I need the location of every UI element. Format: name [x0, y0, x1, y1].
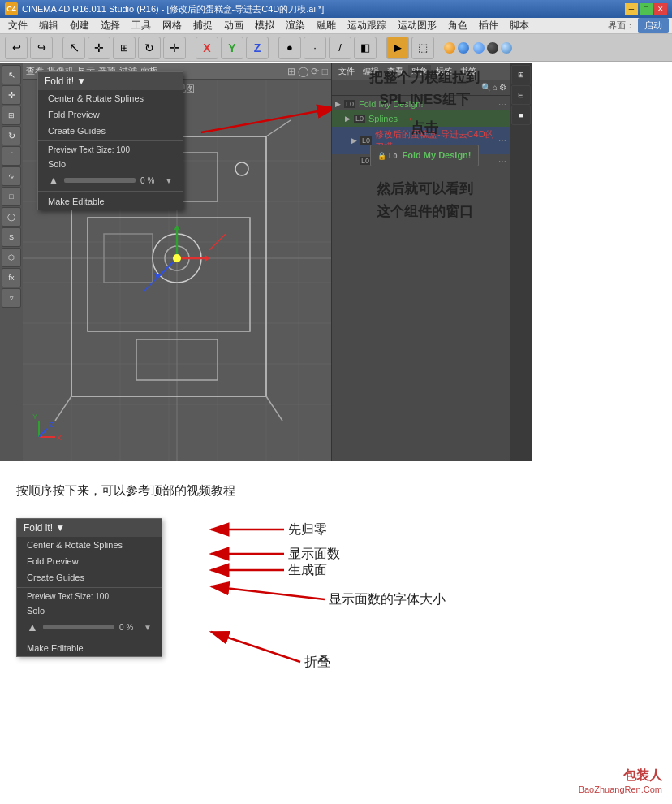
menu-select[interactable]: 选择 [96, 17, 125, 34]
maximize-button[interactable]: □ [640, 3, 653, 15]
fold-it-dropdown-menu: Fold it! ▼ Center & Rotate Splines Fold … [37, 71, 183, 210]
fold-menu-slider[interactable] [64, 178, 136, 183]
fold-menu-solo-label: Solo [48, 159, 66, 169]
anno-btn-icon: 🔒 L0 [377, 152, 397, 160]
axis-x-btn[interactable]: X [196, 37, 218, 59]
fold-menu2-center-rotate[interactable]: Center & Rotate Splines [17, 537, 162, 553]
sidebar-scale[interactable]: ⊞ [2, 106, 21, 125]
undo-button[interactable]: ↩ [5, 37, 28, 59]
annotation-text-area: 把整个刀模组拉到 SPL INES组下 点击 🔒 L0 Fold My Desi… [331, 67, 518, 223]
menu-mesh[interactable]: 网格 [157, 17, 187, 34]
poly-mode[interactable]: ◧ [354, 37, 377, 59]
fold-menu-preview-label: Preview Text Size: 100 [48, 145, 130, 154]
menu-render[interactable]: 渲染 [281, 17, 310, 34]
slider2-down-icon[interactable]: ▼ [144, 623, 152, 632]
fold-menu-center-rotate[interactable]: Center & Rotate Splines [38, 90, 183, 106]
fold-menu2-solo-row: Solo [17, 603, 162, 618]
color-ball-orange [444, 42, 455, 54]
menu-sculpt[interactable]: 融雕 [312, 17, 341, 34]
fold-menu2-fold-preview[interactable]: Fold Preview [17, 553, 162, 569]
sidebar-shape3[interactable]: S [2, 227, 21, 247]
axis-z-btn[interactable]: Z [246, 37, 269, 59]
fold-menu-slider-row[interactable]: ▲ 0 % ▼ [38, 171, 183, 189]
fold-menu2-title: Fold it! ▼ [24, 522, 65, 534]
fold-menu-header[interactable]: Fold it! ▼ [38, 72, 183, 90]
anno-line4: 然后就可以看到 [331, 178, 518, 200]
fold-menu2-solo-label: Solo [27, 606, 45, 616]
fold-menu-create-guides[interactable]: Create Guides [38, 123, 183, 139]
color-ball-dark [487, 42, 498, 54]
arrow-label-5: 折叠 [304, 654, 330, 671]
render-btn[interactable]: ▶ [386, 37, 409, 59]
anno-btn-label: Fold My Design! [403, 150, 472, 160]
sidebar-shape5[interactable]: ▿ [2, 288, 21, 308]
menu-snap[interactable]: 捕捉 [188, 17, 218, 34]
fold-menu-preview-size-row: Preview Text Size: 100 [38, 143, 183, 157]
fold-menu2-make-editable[interactable]: Make Editable [17, 640, 162, 656]
move-tool[interactable]: ✛ [88, 37, 110, 59]
close-button[interactable]: ✕ [654, 3, 667, 15]
menu-sim[interactable]: 模拟 [250, 17, 279, 34]
menu-file[interactable]: 文件 [3, 17, 32, 34]
menu-edit[interactable]: 编辑 [34, 17, 63, 34]
arrow-label-4: 显示面数的字体大小 [329, 591, 446, 608]
fold-menu-slider-value: 0 % [140, 176, 160, 185]
fold-menu2-slider-value: 0 % [119, 623, 139, 632]
main-toolbar: ↩ ↪ ↖ ✛ ⊞ ↻ ✛ X Y Z ● · / ◧ ▶ ⬚ [0, 34, 672, 62]
arrows-svg [179, 512, 584, 755]
sidebar-move[interactable]: ✛ [2, 85, 21, 105]
minimize-button[interactable]: ─ [625, 3, 638, 15]
select-tool[interactable]: ↖ [62, 37, 85, 59]
app-icon: C4 [5, 2, 18, 15]
redo-button[interactable]: ↪ [30, 37, 53, 59]
anno-line3: 点击 [331, 117, 518, 139]
fold-menu2-create-guides[interactable]: Create Guides [17, 569, 162, 586]
fold-menu2-header[interactable]: Fold it! ▼ [17, 519, 162, 537]
fold-menu-title: Fold it! ▼ [45, 76, 86, 87]
sidebar-fx[interactable]: fx [2, 268, 21, 287]
menu-plugin[interactable]: 插件 [474, 17, 503, 34]
edge-mode[interactable]: / [329, 37, 351, 59]
fold-menu2-slider-row[interactable]: ▲ 0 % ▼ [17, 618, 162, 636]
sidebar-spline[interactable]: ∿ [2, 166, 21, 186]
menu-mtrack[interactable]: 运动跟踪 [342, 17, 391, 34]
fold-menu-fold-preview[interactable]: Fold Preview [38, 106, 183, 123]
anno-fold-btn[interactable]: 🔒 L0 Fold My Design! [370, 145, 478, 167]
slider-icon: ▲ [48, 174, 59, 187]
slider2-icon: ▲ [27, 620, 38, 633]
sidebar-shape4[interactable]: ⬡ [2, 248, 21, 267]
menu-anim[interactable]: 动画 [219, 17, 248, 34]
transform-tool[interactable]: ✛ [163, 37, 186, 59]
sidebar-select[interactable]: ↖ [2, 65, 21, 84]
fold-menu2-preview-label: Preview Text Size: 100 [27, 592, 109, 601]
sidebar-curve[interactable]: ⌒ [2, 146, 21, 166]
fold-menu-make-editable[interactable]: Make Editable [38, 193, 183, 210]
point-mode[interactable]: · [304, 37, 326, 59]
interface-label: 界面： [608, 19, 635, 32]
instruction-text: 按顺序按下来，可以参考顶部的视频教程 [16, 483, 656, 499]
menu-script[interactable]: 脚本 [505, 17, 534, 34]
menu-char[interactable]: 角色 [443, 17, 472, 34]
sidebar-shape2[interactable]: ◯ [2, 207, 21, 227]
scale-tool[interactable]: ⊞ [113, 37, 136, 59]
axis-y-btn[interactable]: Y [221, 37, 243, 59]
slider-down-icon[interactable]: ▼ [165, 176, 173, 185]
menu-tools[interactable]: 工具 [127, 17, 156, 34]
vp-icon-group: ⊞ ◯ ⟳ □ [287, 66, 328, 77]
object-mode[interactable]: ● [278, 37, 301, 59]
left-sidebar: ↖ ✛ ⊞ ↻ ⌒ ∿ □ ◯ S ⬡ fx ▿ [0, 63, 23, 461]
svg-line-48 [211, 632, 300, 662]
interface-dropdown[interactable]: 启动 [638, 18, 669, 33]
rotate-tool[interactable]: ↻ [138, 37, 161, 59]
color-ball-sphere [501, 42, 512, 54]
watermark-en: BaoZhuangRen.Com [579, 785, 662, 794]
cinema4d-window: C4 CINEMA 4D R16.011 Studio (R16) - [修改后… [0, 0, 672, 475]
fold-menu2-slider[interactable] [43, 625, 114, 629]
render-region[interactable]: ⬚ [411, 37, 434, 59]
arrow-label-1: 先归零 [288, 521, 327, 538]
anno-line1: 把整个刀模组拉到 [331, 67, 518, 89]
sidebar-shape1[interactable]: □ [2, 187, 21, 206]
menu-mgraph[interactable]: 运动图形 [393, 17, 442, 34]
menu-create[interactable]: 创建 [65, 17, 94, 34]
sidebar-rotate[interactable]: ↻ [2, 126, 21, 145]
